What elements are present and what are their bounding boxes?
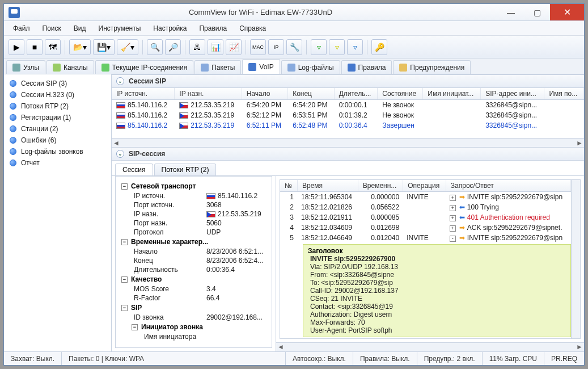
tab-VoIP[interactable]: VoIP — [242, 59, 280, 74]
menu-Вид[interactable]: Вид — [68, 23, 92, 34]
session-subtabs: СессияПотоки RTP (2) — [112, 161, 584, 175]
expander-icon[interactable]: − — [132, 324, 138, 330]
title-bar[interactable]: CommView for WiFi - Edimax EW-7733UnD — … — [4, 4, 584, 21]
open-button[interactable]: 📂▾ — [69, 39, 91, 55]
col-header[interactable]: Длитель... — [334, 88, 378, 100]
menu-Инструменты[interactable]: Инструменты — [93, 23, 147, 34]
session-detail-tree[interactable]: −Сетевой транспорт IP источн.85.140.116.… — [115, 176, 272, 348]
ip-alias-button[interactable]: IP — [268, 39, 284, 55]
play-button[interactable]: ▶ — [9, 39, 24, 55]
options-button[interactable]: 🔧 — [286, 39, 302, 55]
session-row[interactable]: 85.140.116.2212.53.35.2196:52:12 PM6:53:… — [112, 110, 584, 120]
sidebar-item[interactable]: Log-файлы звонков — [4, 146, 111, 157]
sidebar-item[interactable]: Отчет — [4, 157, 111, 169]
bullet-icon — [10, 91, 16, 98]
status-pr: PR.REQ — [544, 352, 584, 365]
col-header[interactable]: Временн... — [358, 180, 403, 192]
sessions-hscroll[interactable]: ◄► — [112, 138, 584, 147]
filter-blue-button[interactable]: ▿ — [347, 39, 363, 55]
clear-button[interactable]: 🧹▾ — [117, 39, 138, 55]
sip-msg-row[interactable]: 118:52:11.9653040.000000INVITE+➡INVITE s… — [280, 192, 571, 203]
reconstruct-button[interactable]: 📊 — [208, 39, 223, 55]
sidebar-item[interactable]: Потоки RTP (2) — [4, 100, 111, 112]
col-header[interactable]: IP источн. — [112, 88, 175, 100]
tab-Пакеты[interactable]: Пакеты — [194, 60, 241, 74]
vscrollbar[interactable] — [571, 180, 580, 338]
tab-Каналы[interactable]: Каналы — [46, 60, 94, 74]
subtab-Потоки RTP (2)[interactable]: Потоки RTP (2) — [154, 163, 217, 175]
sip-header-line: Contact: <sip:3326845@19 — [308, 303, 566, 311]
tab-icon — [12, 64, 20, 72]
main-tabs: УзлыКаналыТекущие IP-соединенияПакетыVoI… — [4, 58, 584, 74]
alarms-button[interactable]: 📈 — [226, 39, 242, 55]
sidebar-item[interactable]: Сессии H.323 (0) — [4, 89, 111, 100]
window-title: CommView for WiFi - Edimax EW-7733UnD — [23, 8, 498, 16]
col-header[interactable]: № — [280, 180, 297, 192]
sip-msg-row[interactable]: 418:52:12.0346090.012698+➡ACK sip:529522… — [280, 223, 571, 233]
app-window: CommView for WiFi - Edimax EW-7733UnD — … — [3, 3, 585, 366]
expander-icon[interactable]: − — [121, 239, 128, 245]
save-button[interactable]: 💾▾ — [93, 39, 115, 55]
mac-alias-button[interactable]: MAC — [250, 39, 266, 55]
session-row[interactable]: 85.140.116.2212.53.35.2196:54:20 PM6:54:… — [112, 100, 584, 111]
collapse-icon[interactable]: ⌄ — [116, 150, 124, 158]
sip-header-line: To: <sip:52952292679@sip — [308, 279, 566, 287]
sip-msg-row[interactable]: 518:52:12.0466490.012040INVITE-➡INVITE s… — [280, 233, 571, 243]
col-header[interactable]: SIP-адрес ини... — [481, 88, 544, 100]
col-header[interactable]: IP назн. — [175, 88, 242, 100]
filter-yellow-button[interactable]: ▿ — [329, 39, 345, 55]
zoom-button[interactable]: 🔍 — [147, 39, 163, 55]
tab-Правила[interactable]: Правила — [341, 60, 392, 74]
map-button[interactable]: 🗺 — [45, 39, 61, 55]
menu-Настройка[interactable]: Настройка — [147, 23, 192, 34]
tab-icon — [287, 64, 295, 72]
menu-Справка[interactable]: Справка — [234, 23, 272, 34]
bullet-icon — [10, 103, 16, 110]
sip-msg-row[interactable]: 218:52:12.0218260.056522+⬅100 Trying — [280, 202, 571, 212]
sidebar-item[interactable]: Сессии SIP (3) — [4, 78, 111, 89]
menu-Файл[interactable]: Файл — [7, 23, 36, 34]
tab-icon — [348, 64, 356, 72]
close-button[interactable]: ✕ — [550, 4, 584, 20]
col-header[interactable]: Имя по... — [544, 88, 584, 100]
tab-Предупреждения[interactable]: Предупреждения — [393, 60, 471, 74]
expander-icon[interactable]: − — [121, 276, 128, 283]
col-header[interactable]: Конец — [288, 88, 335, 100]
col-header[interactable]: Операция — [403, 180, 446, 192]
sip-header-line: Max-Forwards: 70 — [308, 318, 566, 326]
messages-hscroll[interactable]: ◄► — [276, 342, 584, 351]
col-header[interactable]: Имя инициат... — [423, 88, 481, 100]
col-header[interactable]: Начало — [242, 88, 288, 100]
tab-Log-файлы[interactable]: Log-файлы — [281, 60, 340, 74]
minimize-button[interactable]: — — [498, 4, 524, 20]
tab-Узлы[interactable]: Узлы — [6, 60, 45, 74]
bullet-icon — [10, 160, 16, 166]
col-header[interactable]: Состояние — [378, 88, 423, 100]
session-row[interactable]: 85.140.116.2212.53.35.2196:52:11 PM6:52:… — [112, 120, 584, 131]
sip-messages-grid[interactable]: №ВремяВременн...ОперацияЗапрос/Ответ118:… — [280, 179, 581, 339]
menu-Правила[interactable]: Правила — [193, 23, 232, 34]
hosts-button[interactable]: 🖧 — [189, 39, 205, 55]
key-button[interactable]: 🔑 — [371, 39, 387, 55]
tab-Текущие IP-соединения[interactable]: Текущие IP-соединения — [95, 60, 194, 74]
col-header[interactable]: Время — [297, 180, 358, 192]
sessions-grid[interactable]: IP источн.IP назн.НачалоКонецДлитель...С… — [112, 88, 584, 138]
menu-Поиск[interactable]: Поиск — [37, 23, 67, 34]
find-button[interactable]: 🔎 — [165, 39, 181, 55]
expander-icon[interactable]: − — [121, 305, 128, 311]
collapse-icon[interactable]: ⌄ — [116, 77, 124, 85]
expander-icon[interactable]: − — [121, 183, 128, 190]
subtab-Сессия[interactable]: Сессия — [115, 163, 153, 175]
sip-session-header[interactable]: ⌄ SIP-сессия — [112, 147, 584, 161]
tab-icon — [201, 64, 209, 72]
sessions-header[interactable]: ⌄ Сессии SIP — [112, 74, 584, 88]
col-header[interactable]: Запрос/Ответ — [446, 180, 570, 192]
stop-button[interactable]: ■ — [27, 39, 43, 55]
sip-msg-row[interactable]: 318:52:12.0219110.000085+⬅401 Authentica… — [280, 212, 571, 223]
sidebar-item[interactable]: Станции (2) — [4, 123, 111, 135]
filter-green-button[interactable]: ▿ — [311, 39, 327, 55]
sidebar-item[interactable]: Ошибки (6) — [4, 135, 111, 146]
bullet-icon — [10, 114, 16, 121]
maximize-button[interactable]: ▢ — [524, 4, 550, 20]
sidebar-item[interactable]: Регистрации (1) — [4, 112, 111, 123]
